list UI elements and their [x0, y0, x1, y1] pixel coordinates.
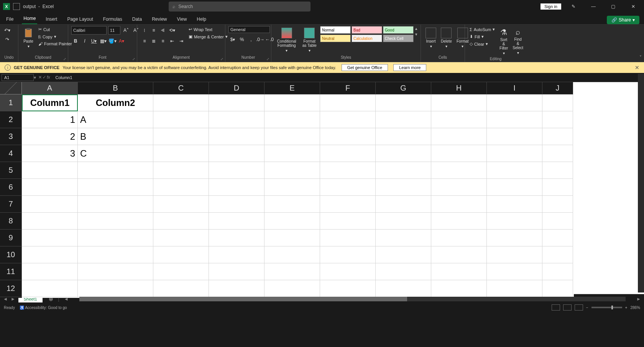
- cell-E6[interactable]: [264, 179, 320, 196]
- number-launcher[interactable]: ⤢: [266, 57, 269, 61]
- cell-H9[interactable]: [431, 230, 487, 246]
- row-header-7[interactable]: 7: [0, 196, 22, 213]
- styles-scroll-down[interactable]: ▾: [415, 32, 417, 37]
- column-header-E[interactable]: E: [264, 82, 320, 94]
- cell-I6[interactable]: [487, 179, 542, 196]
- cell-C4[interactable]: [153, 145, 209, 162]
- cell-J11[interactable]: [542, 263, 573, 280]
- increase-decimal-button[interactable]: .0→: [256, 35, 264, 44]
- cell-A7[interactable]: [22, 196, 78, 213]
- row-header-12[interactable]: 12: [0, 280, 22, 297]
- align-left-button[interactable]: ≡: [140, 37, 149, 45]
- italic-button[interactable]: I: [80, 37, 89, 45]
- cell-G3[interactable]: [376, 128, 431, 145]
- cell-H5[interactable]: [431, 162, 487, 179]
- zoom-in-button[interactable]: +: [625, 306, 628, 310]
- cell-G12[interactable]: [376, 280, 431, 297]
- font-color-button[interactable]: A▾: [117, 37, 126, 45]
- cell-G6[interactable]: [376, 179, 431, 196]
- column-header-C[interactable]: C: [153, 82, 209, 94]
- cell-F12[interactable]: [320, 280, 376, 297]
- cell-J8[interactable]: [542, 213, 573, 230]
- cell-H6[interactable]: [431, 179, 487, 196]
- cell-B8[interactable]: [78, 213, 153, 230]
- redo-button[interactable]: ↷: [3, 35, 12, 44]
- formula-input[interactable]: [53, 74, 637, 81]
- orientation-button[interactable]: ⟲▾: [168, 26, 176, 35]
- align-center-button[interactable]: ≣: [150, 37, 158, 45]
- align-bottom-button[interactable]: ⫷: [159, 26, 167, 35]
- cell-F9[interactable]: [320, 230, 376, 246]
- cell-J3[interactable]: [542, 128, 573, 145]
- cell-F10[interactable]: [320, 246, 376, 263]
- cell-C7[interactable]: [153, 196, 209, 213]
- cell-I5[interactable]: [487, 162, 542, 179]
- cell-H1[interactable]: [431, 94, 487, 111]
- select-all-corner[interactable]: [0, 82, 22, 94]
- cell-A9[interactable]: [22, 230, 78, 246]
- row-header-5[interactable]: 5: [0, 162, 22, 179]
- minimize-button[interactable]: —: [586, 1, 601, 12]
- cell-J1[interactable]: [542, 94, 573, 111]
- cell-E3[interactable]: [264, 128, 320, 145]
- cell-J5[interactable]: [542, 162, 573, 179]
- cell-H7[interactable]: [431, 196, 487, 213]
- share-button[interactable]: 🔗 Share ▾: [607, 16, 639, 24]
- row-header-9[interactable]: 9: [0, 230, 22, 246]
- wrap-text-button[interactable]: ↩ Wrap Text: [187, 26, 229, 33]
- cell-B7[interactable]: [78, 196, 153, 213]
- row-header-8[interactable]: 8: [0, 213, 22, 230]
- cell-I1[interactable]: [487, 94, 542, 111]
- merge-center-button[interactable]: ▣ Merge & Center ▾: [187, 33, 229, 40]
- cell-G2[interactable]: [376, 111, 431, 128]
- clear-button[interactable]: ◇ Clear ▾: [468, 41, 496, 47]
- cell-A3[interactable]: 2: [22, 128, 78, 145]
- cell-B1[interactable]: Column2: [78, 94, 153, 111]
- cell-H11[interactable]: [431, 263, 487, 280]
- tab-insert[interactable]: Insert: [44, 14, 59, 24]
- sort-filter-button[interactable]: ⚗Sort & Filter▾: [498, 26, 509, 57]
- signin-button[interactable]: Sign in: [540, 3, 561, 10]
- cell-A8[interactable]: [22, 213, 78, 230]
- cell-C9[interactable]: [153, 230, 209, 246]
- cell-I11[interactable]: [487, 263, 542, 280]
- cell-C5[interactable]: [153, 162, 209, 179]
- cell-E10[interactable]: [264, 246, 320, 263]
- column-header-A[interactable]: A: [22, 82, 78, 94]
- cell-C3[interactable]: [153, 128, 209, 145]
- cell-I12[interactable]: [487, 280, 542, 297]
- tab-formulas[interactable]: Formulas: [102, 14, 124, 24]
- cell-I8[interactable]: [487, 213, 542, 230]
- cell-B10[interactable]: [78, 246, 153, 263]
- paste-button[interactable]: Paste▾: [21, 26, 35, 50]
- cell-F5[interactable]: [320, 162, 376, 179]
- column-header-G[interactable]: G: [376, 82, 431, 94]
- cell-G9[interactable]: [376, 230, 431, 246]
- font-size-select[interactable]: [108, 26, 120, 35]
- number-format-select[interactable]: [228, 26, 270, 33]
- cell-F8[interactable]: [320, 213, 376, 230]
- cell-E1[interactable]: [264, 94, 320, 111]
- comma-button[interactable]: ,: [247, 35, 255, 44]
- cell-F11[interactable]: [320, 263, 376, 280]
- underline-button[interactable]: U▾: [90, 37, 98, 45]
- cell-B2[interactable]: A: [78, 111, 153, 128]
- cell-G1[interactable]: [376, 94, 431, 111]
- cell-D4[interactable]: [209, 145, 264, 162]
- cell-D6[interactable]: [209, 179, 264, 196]
- view-normal-button[interactable]: [552, 304, 560, 311]
- alignment-launcher[interactable]: ⤢: [220, 57, 223, 61]
- cell-C12[interactable]: [153, 280, 209, 297]
- border-button[interactable]: ▦▾: [99, 37, 107, 45]
- style-neutral[interactable]: Neutral: [320, 35, 351, 42]
- cell-J9[interactable]: [542, 230, 573, 246]
- cell-D10[interactable]: [209, 246, 264, 263]
- cell-I4[interactable]: [487, 145, 542, 162]
- learn-more-button[interactable]: Learn more: [393, 64, 426, 71]
- font-launcher[interactable]: ⤢: [132, 57, 135, 61]
- cell-F2[interactable]: [320, 111, 376, 128]
- style-good[interactable]: Good: [383, 26, 414, 34]
- cell-E4[interactable]: [264, 145, 320, 162]
- search-box[interactable]: ⌕ Search: [169, 2, 310, 12]
- save-icon[interactable]: [13, 3, 20, 10]
